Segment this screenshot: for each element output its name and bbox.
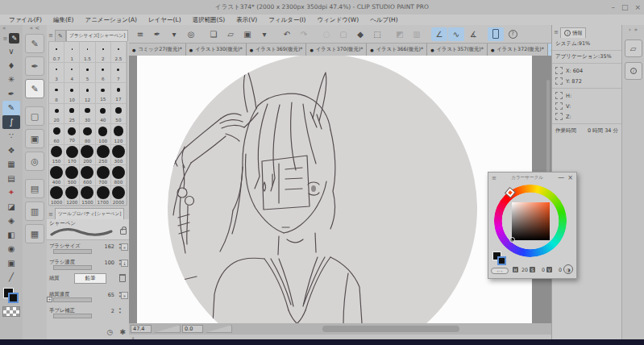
panel-timeline[interactable]: ▦ xyxy=(25,224,44,243)
stepper-icon[interactable]: ▴▾ xyxy=(119,307,121,314)
panel-menu-icon[interactable]: ≡ xyxy=(48,211,53,218)
panel-menu-icon[interactable]: ≡ xyxy=(48,32,53,39)
panel-zoom[interactable]: ◎ xyxy=(25,152,44,171)
brush-size-1[interactable]: 1 xyxy=(64,42,80,63)
menu-item-5[interactable]: 表示(V) xyxy=(231,16,263,24)
property-slider[interactable] xyxy=(53,265,92,270)
reset-icon[interactable]: ◷ xyxy=(107,328,114,336)
panel-menu-icon[interactable]: ≡ xyxy=(3,35,8,42)
tool-pencil[interactable]: ✎ xyxy=(2,101,20,115)
redo-icon[interactable]: ↷ xyxy=(296,27,312,41)
brush-size-40[interactable]: 40 xyxy=(96,104,111,125)
snap-special-icon[interactable]: ∡ xyxy=(465,27,481,41)
tool-bucket[interactable]: ◈ xyxy=(2,214,20,228)
tool-blend[interactable]: ◉ xyxy=(2,242,20,256)
brush-size-100[interactable]: 100 xyxy=(96,124,111,145)
main-menu-icon[interactable]: ≡ xyxy=(132,27,148,41)
crop-icon[interactable]: ⬚ xyxy=(369,27,385,41)
color-wheel-window[interactable]: ≡ カラーサークル — × ‹··› H 20 S 0 V 0 ◑ xyxy=(488,172,577,279)
brush-size-3[interactable]: 3 xyxy=(49,63,64,84)
dropdown-icon[interactable]: ▾ xyxy=(166,27,182,41)
tool-auto-select[interactable]: ✳ xyxy=(2,73,20,87)
panel-layer-property[interactable]: ▥ xyxy=(25,202,44,221)
clip-studio-icon[interactable]: ◎ xyxy=(183,27,199,41)
transparent-color-swatch[interactable] xyxy=(2,306,20,317)
brush-size-1-5[interactable]: 1.5 xyxy=(80,42,95,63)
tab-brush-size[interactable]: ブラシサイズ[シャーペン] xyxy=(66,30,129,41)
brush-size-2[interactable]: 2 xyxy=(96,42,111,63)
property-slider[interactable] xyxy=(53,249,92,254)
snap-curve-icon[interactable]: ∿ xyxy=(448,27,464,41)
hsv-mode-toggle-icon[interactable]: ◑ xyxy=(563,264,573,274)
expand-all-panels-icon[interactable]: » xyxy=(634,27,638,33)
panel-layers[interactable]: ▤ xyxy=(25,179,44,198)
collapse-toolbar-icon[interactable]: « xyxy=(0,25,6,32)
saturation-value-cursor[interactable] xyxy=(509,237,515,243)
horizontal-scrollbar[interactable] xyxy=(322,326,459,332)
close-panel-icon[interactable]: × xyxy=(567,174,573,181)
tool-stamp[interactable]: ✦ xyxy=(2,185,20,200)
brush-size-2-5[interactable]: 2.5 xyxy=(111,42,127,63)
menu-item-3[interactable]: レイヤー(L) xyxy=(143,16,187,24)
menu-item-8[interactable]: ヘルプ(H) xyxy=(364,16,404,24)
rotation-slider[interactable] xyxy=(205,325,232,333)
deselect-icon[interactable]: ▢ xyxy=(335,27,351,41)
document-tab-6[interactable]: ●イラスト372(復元)* xyxy=(488,44,548,56)
collapse-panels-icon[interactable]: « < xyxy=(30,25,39,32)
brush-size-1000[interactable]: 1000 xyxy=(49,186,64,207)
texture-select-button[interactable]: 鉛筆 xyxy=(74,273,106,284)
brush-size-1200[interactable]: 1200 xyxy=(64,186,80,207)
tool-pen[interactable]: ✒ xyxy=(2,87,20,102)
property-slider[interactable] xyxy=(53,314,92,318)
expander-icon[interactable]: + xyxy=(47,297,52,302)
brush-size-15[interactable]: 15 xyxy=(96,83,111,104)
brush-size-120[interactable]: 120 xyxy=(111,124,127,145)
menu-item-6[interactable]: フィルター(I) xyxy=(263,16,311,24)
pen-pressure-icon[interactable]: ✒ xyxy=(149,27,165,41)
brush-size-4[interactable]: 4 xyxy=(64,63,80,84)
tool-frame[interactable]: ▤ xyxy=(2,172,20,186)
zoom-slider[interactable] xyxy=(153,325,181,333)
brush-size-25[interactable]: 25 xyxy=(64,104,80,125)
brush-size-60[interactable]: 60 xyxy=(49,124,64,145)
lock-icon[interactable] xyxy=(120,229,127,235)
brush-size-400[interactable]: 400 xyxy=(49,165,64,186)
menu-item-1[interactable]: 編集(E) xyxy=(48,16,80,24)
brush-size-1700[interactable]: 1700 xyxy=(96,186,111,207)
tool-curve-pen[interactable]: ∫ xyxy=(2,115,20,130)
brush-size-50[interactable]: 50 xyxy=(111,104,127,125)
fill-icon[interactable]: ◆ xyxy=(352,27,368,41)
menu-item-4[interactable]: 選択範囲(S) xyxy=(187,16,231,24)
panel-subtool[interactable]: ✎ xyxy=(25,34,44,53)
tab-tool-property[interactable]: ツールプロパティ[シャーペン] xyxy=(55,208,125,219)
brush-size-0-7[interactable]: 0.7 xyxy=(49,42,64,63)
maximize-button[interactable]: □ xyxy=(621,3,629,11)
panel-brush-settings[interactable]: ✎ xyxy=(25,79,44,98)
document-tab-3[interactable]: ●イラスト370(復元)* xyxy=(306,44,367,56)
expand-panel-icon[interactable]: › xyxy=(629,27,631,33)
tool-eraser[interactable]: ◪ xyxy=(2,200,20,214)
tool-border[interactable]: ▣ xyxy=(2,256,20,271)
document-tab-1[interactable]: ●イラスト330(復元)* xyxy=(186,44,247,56)
property-slider[interactable] xyxy=(53,297,92,302)
gradient-icon[interactable]: ◩ xyxy=(392,27,408,41)
document-tab-0[interactable]: ●コミック27(復元)* xyxy=(129,44,186,56)
canvas-page[interactable] xyxy=(137,56,532,323)
document-tab-2[interactable]: ●イラスト369(復元)* xyxy=(247,44,307,56)
select-icon[interactable]: ◌ xyxy=(318,27,334,41)
brush-size-12[interactable]: 12 xyxy=(80,83,95,104)
trash-icon[interactable] xyxy=(119,274,126,282)
color-wheel-titlebar[interactable]: ≡ カラーサークル — × xyxy=(488,172,576,183)
brush-size-70[interactable]: 70 xyxy=(64,124,80,145)
material-panel-button[interactable]: ▱ xyxy=(625,39,642,57)
document-tab-5[interactable]: ●イラスト357(復元)* xyxy=(427,44,488,56)
brush-size-10[interactable]: 10 xyxy=(64,83,80,104)
tone-icon[interactable]: ▥ xyxy=(409,27,425,41)
panel-menu-icon[interactable]: ≡ xyxy=(554,29,559,35)
panel-menu-icon[interactable]: ≡ xyxy=(492,175,497,181)
save-dropdown-icon[interactable]: ▾ xyxy=(256,27,272,41)
panel-navigator[interactable]: ▢ xyxy=(25,106,44,126)
sub-color-swatch[interactable] xyxy=(497,256,506,265)
brush-size-80[interactable]: 80 xyxy=(80,124,95,145)
panel-tool-property[interactable]: ✒ xyxy=(25,56,44,76)
